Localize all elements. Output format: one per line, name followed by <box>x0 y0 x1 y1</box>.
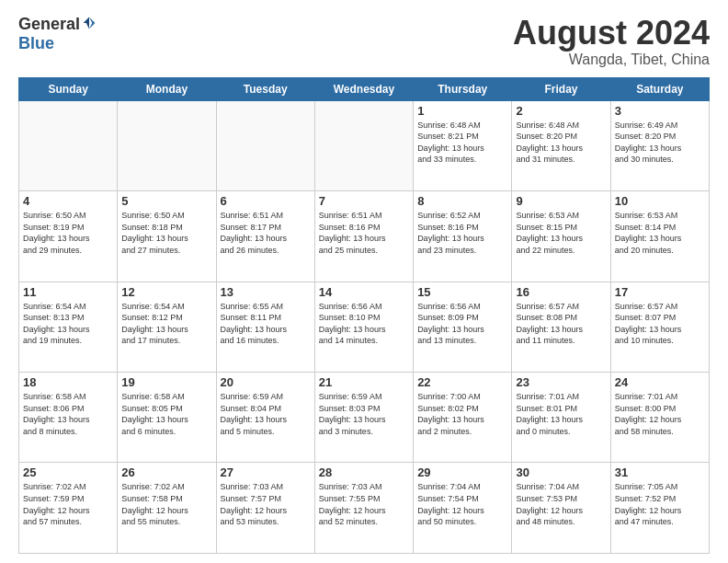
day-info: Sunrise: 6:51 AM Sunset: 8:17 PM Dayligh… <box>221 210 311 256</box>
day-number: 9 <box>516 194 606 208</box>
day-number: 10 <box>615 194 705 208</box>
calendar-week-3: 18Sunrise: 6:58 AM Sunset: 8:06 PM Dayli… <box>19 373 710 463</box>
day-number: 11 <box>23 285 113 299</box>
day-info: Sunrise: 6:49 AM Sunset: 8:20 PM Dayligh… <box>615 120 705 166</box>
day-info: Sunrise: 6:59 AM Sunset: 8:03 PM Dayligh… <box>319 391 409 437</box>
col-wednesday: Wednesday <box>314 77 413 100</box>
logo-blue: Blue <box>18 34 54 53</box>
day-number: 25 <box>23 465 113 479</box>
day-info: Sunrise: 6:50 AM Sunset: 8:18 PM Dayligh… <box>121 210 211 256</box>
table-row: 3Sunrise: 6:49 AM Sunset: 8:20 PM Daylig… <box>610 100 709 190</box>
day-number: 17 <box>615 285 705 299</box>
col-monday: Monday <box>118 77 216 100</box>
table-row: 21Sunrise: 6:59 AM Sunset: 8:03 PM Dayli… <box>314 373 413 463</box>
table-row: 29Sunrise: 7:04 AM Sunset: 7:54 PM Dayli… <box>414 463 512 554</box>
table-row: 30Sunrise: 7:04 AM Sunset: 7:53 PM Dayli… <box>512 463 610 554</box>
day-number: 28 <box>319 465 409 479</box>
day-number: 22 <box>417 375 507 389</box>
day-info: Sunrise: 6:59 AM Sunset: 8:04 PM Dayligh… <box>221 391 311 437</box>
day-number: 8 <box>417 194 507 208</box>
col-thursday: Thursday <box>414 77 512 100</box>
table-row: 1Sunrise: 6:48 AM Sunset: 8:21 PM Daylig… <box>414 100 512 190</box>
calendar-week-2: 11Sunrise: 6:54 AM Sunset: 8:13 PM Dayli… <box>19 282 710 372</box>
header: General Blue August 2024 Wangda, Tibet, … <box>18 15 710 68</box>
table-row: 2Sunrise: 6:48 AM Sunset: 8:20 PM Daylig… <box>512 100 610 190</box>
day-info: Sunrise: 7:00 AM Sunset: 8:02 PM Dayligh… <box>417 391 507 437</box>
logo-icon <box>82 16 97 30</box>
svg-marker-0 <box>89 17 95 29</box>
day-info: Sunrise: 6:54 AM Sunset: 8:12 PM Dayligh… <box>121 301 211 347</box>
table-row: 24Sunrise: 7:01 AM Sunset: 8:00 PM Dayli… <box>610 373 709 463</box>
day-number: 27 <box>221 465 311 479</box>
table-row: 7Sunrise: 6:51 AM Sunset: 8:16 PM Daylig… <box>314 191 413 282</box>
calendar-table: Sunday Monday Tuesday Wednesday Thursday… <box>18 77 710 554</box>
day-info: Sunrise: 7:04 AM Sunset: 7:53 PM Dayligh… <box>516 481 606 527</box>
table-row: 18Sunrise: 6:58 AM Sunset: 8:06 PM Dayli… <box>19 373 118 463</box>
day-number: 31 <box>615 465 705 479</box>
table-row: 17Sunrise: 6:57 AM Sunset: 8:07 PM Dayli… <box>610 282 709 372</box>
day-info: Sunrise: 7:05 AM Sunset: 7:52 PM Dayligh… <box>615 481 705 527</box>
table-row: 8Sunrise: 6:52 AM Sunset: 8:16 PM Daylig… <box>414 191 512 282</box>
table-row: 20Sunrise: 6:59 AM Sunset: 8:04 PM Dayli… <box>216 373 314 463</box>
day-number: 21 <box>319 375 409 389</box>
day-info: Sunrise: 7:02 AM Sunset: 7:59 PM Dayligh… <box>23 481 113 527</box>
day-number: 5 <box>121 194 211 208</box>
day-number: 7 <box>319 194 409 208</box>
day-number: 16 <box>516 285 606 299</box>
table-row: 11Sunrise: 6:54 AM Sunset: 8:13 PM Dayli… <box>19 282 118 372</box>
table-row <box>118 100 216 190</box>
day-info: Sunrise: 6:56 AM Sunset: 8:09 PM Dayligh… <box>417 301 507 347</box>
day-info: Sunrise: 7:01 AM Sunset: 8:00 PM Dayligh… <box>615 391 705 437</box>
day-info: Sunrise: 6:48 AM Sunset: 8:21 PM Dayligh… <box>417 120 507 166</box>
day-info: Sunrise: 6:51 AM Sunset: 8:16 PM Dayligh… <box>319 210 409 256</box>
day-info: Sunrise: 6:52 AM Sunset: 8:16 PM Dayligh… <box>417 210 507 256</box>
calendar-week-0: 1Sunrise: 6:48 AM Sunset: 8:21 PM Daylig… <box>19 100 710 190</box>
col-friday: Friday <box>512 77 610 100</box>
day-number: 6 <box>221 194 311 208</box>
day-info: Sunrise: 6:57 AM Sunset: 8:07 PM Dayligh… <box>615 301 705 347</box>
day-info: Sunrise: 7:03 AM Sunset: 7:55 PM Dayligh… <box>319 481 409 527</box>
day-number: 20 <box>221 375 311 389</box>
day-info: Sunrise: 6:58 AM Sunset: 8:05 PM Dayligh… <box>121 391 211 437</box>
day-info: Sunrise: 6:54 AM Sunset: 8:13 PM Dayligh… <box>23 301 113 347</box>
table-row: 26Sunrise: 7:02 AM Sunset: 7:58 PM Dayli… <box>118 463 216 554</box>
title-block: August 2024 Wangda, Tibet, China <box>513 15 710 68</box>
table-row: 15Sunrise: 6:56 AM Sunset: 8:09 PM Dayli… <box>414 282 512 372</box>
day-number: 4 <box>23 194 113 208</box>
calendar-week-1: 4Sunrise: 6:50 AM Sunset: 8:19 PM Daylig… <box>19 191 710 282</box>
day-number: 18 <box>23 375 113 389</box>
table-row: 9Sunrise: 6:53 AM Sunset: 8:15 PM Daylig… <box>512 191 610 282</box>
day-info: Sunrise: 7:04 AM Sunset: 7:54 PM Dayligh… <box>417 481 507 527</box>
day-info: Sunrise: 6:56 AM Sunset: 8:10 PM Dayligh… <box>319 301 409 347</box>
day-info: Sunrise: 6:58 AM Sunset: 8:06 PM Dayligh… <box>23 391 113 437</box>
table-row: 12Sunrise: 6:54 AM Sunset: 8:12 PM Dayli… <box>118 282 216 372</box>
day-info: Sunrise: 6:53 AM Sunset: 8:15 PM Dayligh… <box>516 210 606 256</box>
page: General Blue August 2024 Wangda, Tibet, … <box>0 0 728 563</box>
calendar-location: Wangda, Tibet, China <box>513 52 710 68</box>
day-number: 23 <box>516 375 606 389</box>
table-row <box>216 100 314 190</box>
day-number: 24 <box>615 375 705 389</box>
col-tuesday: Tuesday <box>216 77 314 100</box>
table-row <box>19 100 118 190</box>
day-number: 26 <box>121 465 211 479</box>
day-info: Sunrise: 7:01 AM Sunset: 8:01 PM Dayligh… <box>516 391 606 437</box>
day-info: Sunrise: 7:02 AM Sunset: 7:58 PM Dayligh… <box>121 481 211 527</box>
col-sunday: Sunday <box>19 77 118 100</box>
day-number: 14 <box>319 285 409 299</box>
logo-text: General <box>18 15 97 34</box>
table-row: 14Sunrise: 6:56 AM Sunset: 8:10 PM Dayli… <box>314 282 413 372</box>
day-info: Sunrise: 6:48 AM Sunset: 8:20 PM Dayligh… <box>516 120 606 166</box>
day-info: Sunrise: 6:50 AM Sunset: 8:19 PM Dayligh… <box>23 210 113 256</box>
day-number: 12 <box>121 285 211 299</box>
calendar-week-4: 25Sunrise: 7:02 AM Sunset: 7:59 PM Dayli… <box>19 463 710 554</box>
logo-blue-text: Blue <box>18 34 54 53</box>
table-row: 23Sunrise: 7:01 AM Sunset: 8:01 PM Dayli… <box>512 373 610 463</box>
day-info: Sunrise: 6:57 AM Sunset: 8:08 PM Dayligh… <box>516 301 606 347</box>
day-number: 1 <box>417 104 507 118</box>
logo: General Blue <box>18 15 97 53</box>
day-info: Sunrise: 7:03 AM Sunset: 7:57 PM Dayligh… <box>221 481 311 527</box>
day-number: 30 <box>516 465 606 479</box>
table-row: 5Sunrise: 6:50 AM Sunset: 8:18 PM Daylig… <box>118 191 216 282</box>
day-info: Sunrise: 6:55 AM Sunset: 8:11 PM Dayligh… <box>221 301 311 347</box>
